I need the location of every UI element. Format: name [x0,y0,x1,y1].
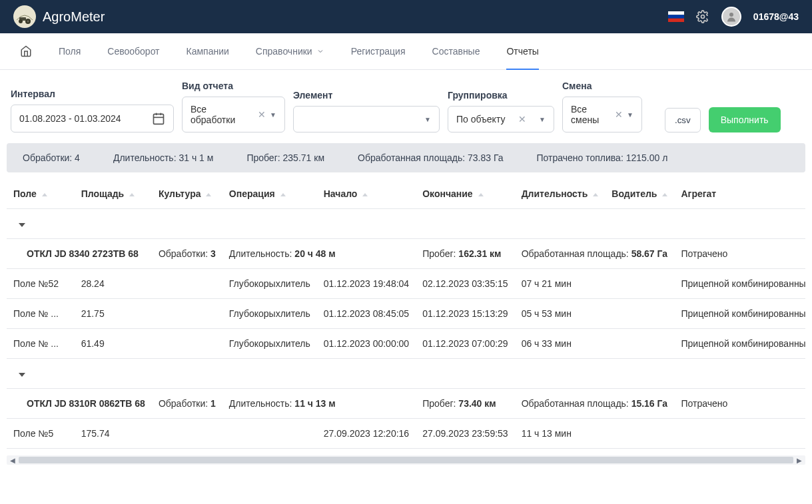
user-id: 01678@43 [753,11,799,22]
col-operation[interactable]: Операция [222,179,317,209]
date-range-input[interactable]: 01.08.2023 - 01.03.2024 [11,105,174,132]
summary-bar: Обработки: 4 Длительность: 31 ч 1 м Проб… [7,143,805,172]
table-row[interactable]: Поле № ...61.49Глубокорыхлитель01.12.202… [7,329,805,359]
group-dur: Длительность: 11 ч 13 м [222,389,416,419]
col-start[interactable]: Начало [317,179,416,209]
col-duration[interactable]: Длительность [515,179,606,209]
table-row[interactable]: Поле №5228.24Глубокорыхлитель01.12.2023 … [7,269,805,299]
home-icon[interactable] [20,45,32,57]
table-row[interactable]: Поле №5175.7427.09.2023 12:20:1627.09.20… [7,419,805,449]
nav-references[interactable]: Справочники [256,34,324,69]
svg-point-2 [19,19,23,23]
cell-start: 01.12.2023 08:45:05 [317,299,416,329]
cell-field: Поле № ... [7,299,75,329]
sort-icon [662,193,667,196]
scroll-right-icon[interactable]: ▶ [795,457,804,463]
element-select[interactable]: ▼ [293,106,440,132]
element-label: Элемент [293,90,440,101]
sort-icon [280,193,286,196]
scroll-left-icon[interactable]: ◀ [8,457,17,463]
filter-interval: Интервал 01.08.2023 - 01.03.2024 [11,89,174,132]
nav-registration[interactable]: Регистрация [351,34,406,69]
nav-campaigns[interactable]: Кампании [187,34,229,69]
clear-icon[interactable]: ✕ [518,114,526,125]
chevron-down-icon [316,47,324,55]
sort-icon [206,193,211,196]
group-proc: Обработки: 3 [152,239,222,269]
caret-down-icon: ▼ [539,116,546,123]
grouping-select[interactable]: По объекту ✕ ▼ [448,106,554,132]
run-button[interactable]: Выполнить [709,107,781,132]
cell-dur: 05 ч 53 мин [515,299,606,329]
group-proc: Обработки: 1 [152,389,222,419]
shift-label: Смена [562,81,642,91]
language-flag[interactable] [668,11,684,22]
group-name: ОТКЛ JD 8340 2723ТВ 68 [7,239,152,269]
summary-mileage: Пробег: 235.71 км [246,152,324,163]
col-area[interactable]: Площадь [75,179,152,209]
group-fuel: Потрачено [674,389,805,419]
nav-reports[interactable]: Отчеты [506,34,538,70]
summary-duration: Длительность: 31 ч 1 м [113,152,213,163]
group-mil: Пробег: 73.40 км [416,389,514,419]
sort-icon [478,193,484,196]
cell-area: 175.74 [75,419,152,449]
user-avatar[interactable] [721,7,741,27]
svg-point-0 [13,5,36,28]
cell-culture [152,419,222,449]
group-area: Обработанная площадь: 15.16 Га [515,389,675,419]
report-table: Поле Площадь Культура Операция Начало Ок… [7,179,805,449]
col-field[interactable]: Поле [7,179,75,209]
clear-icon[interactable]: ✕ [615,109,623,120]
cell-start: 01.12.2023 00:00:00 [317,329,416,359]
svg-rect-10 [154,114,164,124]
group-area: Обработанная площадь: 58.67 Га [515,239,675,269]
table-header-row: Поле Площадь Культура Операция Начало Ок… [7,179,805,209]
nav-compound[interactable]: Составные [432,34,480,69]
export-csv-button[interactable]: .csv [665,108,701,132]
summary-area: Обработанная площадь: 73.83 Га [358,152,503,163]
svg-rect-5 [668,11,684,15]
settings-icon[interactable] [696,10,709,23]
app-name: AgroMeter [43,9,105,25]
summary-fuel: Потрачено топлива: 1215.00 л [537,152,668,163]
cell-op [222,419,317,449]
cell-start: 27.09.2023 12:20:16 [317,419,416,449]
scrollbar-thumb[interactable] [19,457,793,463]
app-logo: AgroMeter [13,5,105,28]
nav-rotation[interactable]: Севооборот [107,34,159,69]
col-end[interactable]: Окончание [416,179,514,209]
filters-bar: Интервал 01.08.2023 - 01.03.2024 Вид отч… [0,70,812,143]
cell-end: 27.09.2023 23:59:53 [416,419,514,449]
group-toggle-row[interactable] [7,209,805,239]
svg-rect-6 [668,15,684,18]
cell-field: Поле №52 [7,269,75,299]
grouping-value: По объекту [456,114,505,125]
group-fuel: Потрачено [674,239,805,269]
cell-culture [152,329,222,359]
svg-point-8 [701,15,704,19]
report-table-wrap: Поле Площадь Культура Операция Начало Ок… [7,179,805,449]
cell-op: Глубокорыхлитель [222,299,317,329]
sort-icon [129,193,135,196]
filter-report-type: Вид отчета Все обработки ✕ ▼ [182,81,285,132]
report-type-select[interactable]: Все обработки ✕ ▼ [182,97,285,132]
cell-end: 02.12.2023 03:35:15 [416,269,514,299]
svg-point-9 [729,13,733,17]
group-name: ОТКЛ JD 8310R 0862ТВ 68 [7,389,152,419]
horizontal-scrollbar[interactable]: ◀ ▶ [7,455,805,465]
clear-icon[interactable]: ✕ [258,109,266,120]
sort-icon [42,193,47,196]
filter-grouping: Группировка По объекту ✕ ▼ [448,90,554,132]
cell-aggregate [674,419,805,449]
shift-select[interactable]: Все смены ✕ ▼ [562,97,642,132]
col-driver[interactable]: Водитель [605,179,674,209]
table-row[interactable]: Поле № ...21.75Глубокорыхлитель01.12.202… [7,299,805,329]
nav-fields[interactable]: Поля [59,34,81,69]
col-culture[interactable]: Культура [152,179,222,209]
group-toggle-row[interactable] [7,359,805,389]
sort-icon [362,193,368,196]
col-aggregate[interactable]: Агрегат [674,179,805,209]
cell-aggregate: Прицепной комбинированный [674,269,805,299]
cell-op: Глубокорыхлитель [222,269,317,299]
